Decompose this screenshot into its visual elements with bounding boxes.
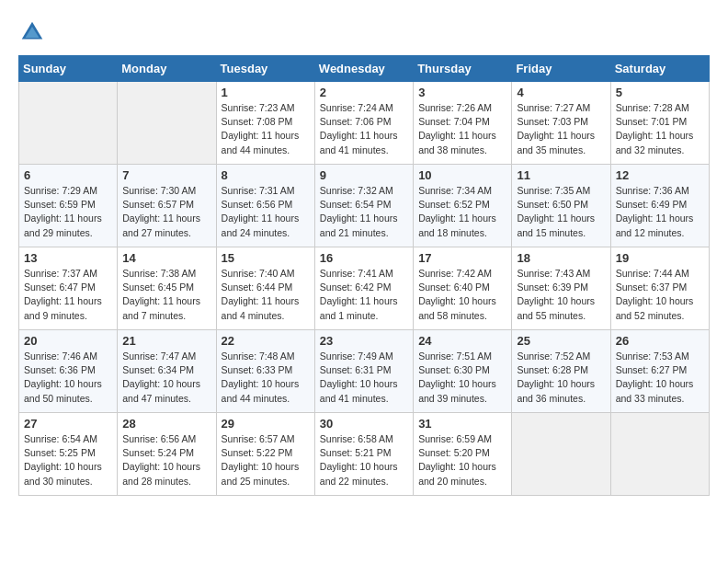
day-cell: 3 Sunrise: 7:26 AM Sunset: 7:04 PM Dayli… [414,82,512,165]
day-cell: 28 Sunrise: 6:56 AM Sunset: 5:24 PM Dayl… [118,413,216,496]
day-cell: 5 Sunrise: 7:28 AM Sunset: 7:01 PM Dayli… [610,82,709,165]
day-info: Sunrise: 7:51 AM Sunset: 6:30 PM Dayligh… [418,350,506,406]
header-thursday: Thursday [414,56,512,82]
day-cell: 9 Sunrise: 7:32 AM Sunset: 6:54 PM Dayli… [314,165,413,247]
day-info: Sunrise: 7:38 AM Sunset: 6:45 PM Dayligh… [122,267,210,323]
day-cell: 4 Sunrise: 7:27 AM Sunset: 7:03 PM Dayli… [512,82,610,165]
header-tuesday: Tuesday [216,56,314,82]
day-cell: 20 Sunrise: 7:46 AM Sunset: 6:36 PM Dayl… [19,330,118,413]
day-number: 1 [222,86,310,99]
day-info: Sunrise: 7:53 AM Sunset: 6:27 PM Dayligh… [616,350,704,406]
day-info: Sunrise: 7:37 AM Sunset: 6:47 PM Dayligh… [24,267,112,323]
day-number: 15 [222,251,310,265]
week-row-4: 27 Sunrise: 6:54 AM Sunset: 5:25 PM Dayl… [19,413,710,496]
day-cell [610,413,709,496]
day-cell: 23 Sunrise: 7:49 AM Sunset: 6:31 PM Dayl… [314,330,413,413]
day-number: 13 [24,251,112,265]
day-number: 10 [418,168,506,182]
day-number: 31 [418,417,506,431]
day-number: 29 [222,417,310,431]
header-saturday: Saturday [610,56,709,82]
day-cell: 16 Sunrise: 7:41 AM Sunset: 6:42 PM Dayl… [314,247,413,330]
day-info: Sunrise: 7:35 AM Sunset: 6:50 PM Dayligh… [517,184,605,240]
day-cell: 14 Sunrise: 7:38 AM Sunset: 6:45 PM Dayl… [118,247,216,330]
day-number: 19 [616,251,704,265]
day-number: 30 [320,417,408,431]
day-info: Sunrise: 6:57 AM Sunset: 5:22 PM Dayligh… [222,432,310,488]
day-info: Sunrise: 7:28 AM Sunset: 7:01 PM Dayligh… [616,101,704,157]
day-info: Sunrise: 7:42 AM Sunset: 6:40 PM Dayligh… [418,267,506,323]
day-info: Sunrise: 7:24 AM Sunset: 7:06 PM Dayligh… [320,101,408,157]
week-row-2: 13 Sunrise: 7:37 AM Sunset: 6:47 PM Dayl… [19,247,710,330]
day-number: 25 [517,334,605,348]
day-number: 2 [320,86,408,99]
header-monday: Monday [118,56,216,82]
day-number: 27 [24,417,112,431]
day-number: 16 [320,251,408,265]
day-number: 9 [320,168,408,182]
day-cell: 7 Sunrise: 7:30 AM Sunset: 6:57 PM Dayli… [118,165,216,247]
day-info: Sunrise: 7:23 AM Sunset: 7:08 PM Dayligh… [222,101,310,157]
day-info: Sunrise: 7:47 AM Sunset: 6:34 PM Dayligh… [122,350,210,406]
day-info: Sunrise: 7:32 AM Sunset: 6:54 PM Dayligh… [320,184,408,240]
day-cell: 21 Sunrise: 7:47 AM Sunset: 6:34 PM Dayl… [118,330,216,413]
day-number: 22 [222,334,310,348]
day-info: Sunrise: 7:43 AM Sunset: 6:39 PM Dayligh… [517,267,605,323]
day-cell [19,82,118,165]
week-row-1: 6 Sunrise: 7:29 AM Sunset: 6:59 PM Dayli… [19,165,710,247]
day-info: Sunrise: 7:46 AM Sunset: 6:36 PM Dayligh… [24,350,112,406]
day-number: 6 [24,168,112,182]
day-number: 8 [222,168,310,182]
day-cell: 6 Sunrise: 7:29 AM Sunset: 6:59 PM Dayli… [19,165,118,247]
page-header [18,18,710,46]
day-number: 14 [122,251,210,265]
day-cell [512,413,610,496]
day-info: Sunrise: 7:48 AM Sunset: 6:33 PM Dayligh… [222,350,310,406]
day-info: Sunrise: 7:30 AM Sunset: 6:57 PM Dayligh… [122,184,210,240]
day-number: 26 [616,334,704,348]
day-cell: 11 Sunrise: 7:35 AM Sunset: 6:50 PM Dayl… [512,165,610,247]
day-number: 23 [320,334,408,348]
day-cell: 29 Sunrise: 6:57 AM Sunset: 5:22 PM Dayl… [216,413,314,496]
day-number: 4 [517,86,605,99]
week-row-0: 1 Sunrise: 7:23 AM Sunset: 7:08 PM Dayli… [19,82,710,165]
day-cell: 24 Sunrise: 7:51 AM Sunset: 6:30 PM Dayl… [414,330,512,413]
logo-icon [18,18,46,46]
day-info: Sunrise: 7:44 AM Sunset: 6:37 PM Dayligh… [616,267,704,323]
day-info: Sunrise: 6:54 AM Sunset: 5:25 PM Dayligh… [24,432,112,488]
day-cell: 22 Sunrise: 7:48 AM Sunset: 6:33 PM Dayl… [216,330,314,413]
day-info: Sunrise: 6:59 AM Sunset: 5:20 PM Dayligh… [418,432,506,488]
day-cell: 10 Sunrise: 7:34 AM Sunset: 6:52 PM Dayl… [414,165,512,247]
day-info: Sunrise: 7:40 AM Sunset: 6:44 PM Dayligh… [222,267,310,323]
day-number: 24 [418,334,506,348]
day-cell: 31 Sunrise: 6:59 AM Sunset: 5:20 PM Dayl… [414,413,512,496]
day-number: 3 [418,86,506,99]
day-info: Sunrise: 7:34 AM Sunset: 6:52 PM Dayligh… [418,184,506,240]
day-number: 18 [517,251,605,265]
day-cell [118,82,216,165]
day-number: 20 [24,334,112,348]
day-cell: 15 Sunrise: 7:40 AM Sunset: 6:44 PM Dayl… [216,247,314,330]
day-info: Sunrise: 7:27 AM Sunset: 7:03 PM Dayligh… [517,101,605,157]
day-cell: 27 Sunrise: 6:54 AM Sunset: 5:25 PM Dayl… [19,413,118,496]
day-cell: 8 Sunrise: 7:31 AM Sunset: 6:56 PM Dayli… [216,165,314,247]
day-info: Sunrise: 7:31 AM Sunset: 6:56 PM Dayligh… [222,184,310,240]
day-info: Sunrise: 7:52 AM Sunset: 6:28 PM Dayligh… [517,350,605,406]
day-number: 17 [418,251,506,265]
logo [18,18,48,46]
day-cell: 19 Sunrise: 7:44 AM Sunset: 6:37 PM Dayl… [610,247,709,330]
day-cell: 18 Sunrise: 7:43 AM Sunset: 6:39 PM Dayl… [512,247,610,330]
day-cell: 26 Sunrise: 7:53 AM Sunset: 6:27 PM Dayl… [610,330,709,413]
header-friday: Friday [512,56,610,82]
day-cell: 30 Sunrise: 6:58 AM Sunset: 5:21 PM Dayl… [314,413,413,496]
day-info: Sunrise: 7:26 AM Sunset: 7:04 PM Dayligh… [418,101,506,157]
day-cell: 12 Sunrise: 7:36 AM Sunset: 6:49 PM Dayl… [610,165,709,247]
day-cell: 2 Sunrise: 7:24 AM Sunset: 7:06 PM Dayli… [314,82,413,165]
day-number: 28 [122,417,210,431]
header-wednesday: Wednesday [314,56,413,82]
calendar-table: SundayMondayTuesdayWednesdayThursdayFrid… [18,55,710,496]
header-sunday: Sunday [19,56,118,82]
day-info: Sunrise: 7:36 AM Sunset: 6:49 PM Dayligh… [616,184,704,240]
day-cell: 17 Sunrise: 7:42 AM Sunset: 6:40 PM Dayl… [414,247,512,330]
day-info: Sunrise: 7:49 AM Sunset: 6:31 PM Dayligh… [320,350,408,406]
